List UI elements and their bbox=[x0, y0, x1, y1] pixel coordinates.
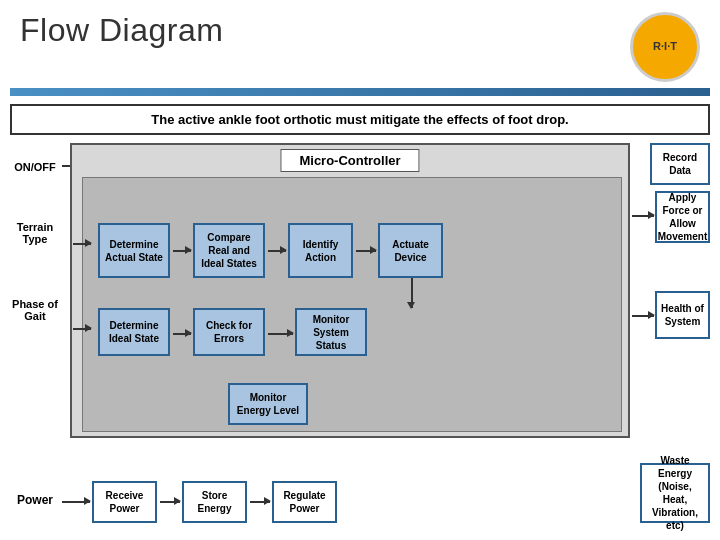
actual-to-compare-arrow bbox=[173, 250, 191, 252]
power-label: Power bbox=[10, 493, 60, 507]
determine-actual-state-box: Determine Actual State bbox=[98, 223, 170, 278]
regulate-power-box: Regulate Power bbox=[272, 481, 337, 523]
actuate-device-box: Actuate Device bbox=[378, 223, 443, 278]
terrain-type-label: Terrain Type bbox=[10, 221, 60, 245]
micro-controller-label: Micro-Controller bbox=[280, 149, 419, 172]
apply-force-box: Apply Force or Allow Movement bbox=[655, 191, 710, 243]
receive-to-store-arrow bbox=[160, 501, 180, 503]
health-system-box: Health of System bbox=[655, 291, 710, 339]
phase-of-gait-label: Phase of Gait bbox=[10, 298, 60, 322]
record-data-box: Record Data bbox=[650, 143, 710, 185]
rit-logo: R·I·T bbox=[630, 12, 700, 82]
actuate-vert-arrow bbox=[411, 278, 413, 308]
micro-controller-box: Micro-Controller Determine Actual State … bbox=[70, 143, 630, 438]
phase-arrow bbox=[73, 328, 91, 330]
monitor-to-health-arrow bbox=[632, 315, 654, 317]
monitor-system-box: Monitor System Status bbox=[295, 308, 367, 356]
compare-box: Compare Real and Ideal States bbox=[193, 223, 265, 278]
monitor-energy-box: Monitor Energy Level bbox=[228, 383, 308, 425]
receive-power-box: Receive Power bbox=[92, 481, 157, 523]
store-energy-box: Store Energy bbox=[182, 481, 247, 523]
check-errors-box: Check for Errors bbox=[193, 308, 265, 356]
diagram-area: ON/OFF Terrain Type Phase of Gait Power … bbox=[10, 143, 710, 540]
mission-box: The active ankle foot orthotic must miti… bbox=[10, 104, 710, 135]
inner-box: Determine Actual State Compare Real and … bbox=[82, 177, 622, 432]
power-to-receive-arrow bbox=[62, 501, 90, 503]
page-header: Flow Diagram R·I·T bbox=[0, 0, 720, 88]
mc-to-apply-arrow bbox=[632, 215, 654, 217]
blue-bar bbox=[10, 88, 710, 96]
determine-ideal-state-box: Determine Ideal State bbox=[98, 308, 170, 356]
waste-energy-box: Waste Energy (Noise, Heat, Vibration, et… bbox=[640, 463, 710, 523]
compare-to-identify-arrow bbox=[268, 250, 286, 252]
identify-to-actuate-arrow bbox=[356, 250, 376, 252]
store-to-regulate-arrow bbox=[250, 501, 270, 503]
terrain-arrow bbox=[73, 243, 91, 245]
page-title: Flow Diagram bbox=[20, 12, 223, 49]
ideal-to-check-arrow bbox=[173, 333, 191, 335]
check-to-monitor-arrow bbox=[268, 333, 293, 335]
on-off-label: ON/OFF bbox=[10, 161, 60, 173]
identify-action-box: Identify Action bbox=[288, 223, 353, 278]
